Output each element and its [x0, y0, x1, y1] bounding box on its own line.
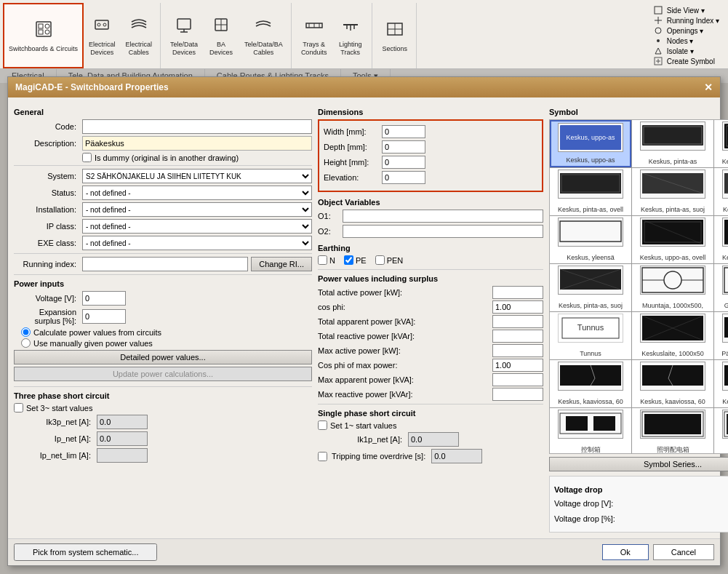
vd-pct-row: Voltage drop [%]: [554, 512, 728, 525]
symbol-label-16: Keskus, kaaviossa, 60 [640, 398, 705, 406]
depth-input[interactable] [382, 140, 425, 154]
ip-input[interactable] [97, 431, 148, 446]
toolbar-item-switchboards[interactable]: Switchboards & Circuits [3, 3, 84, 68]
isolate-icon [654, 47, 663, 55]
tripping-checkbox[interactable] [318, 452, 327, 461]
symbol-cell-14[interactable]: Päakeskus, kaaviossa, [714, 312, 728, 359]
toolbar-item-electrical-devices[interactable]: ElectricalDevices [84, 3, 121, 68]
running-index-tool[interactable]: Running Index ▾ [654, 16, 719, 25]
cos-phi-max-input[interactable] [492, 359, 543, 372]
symbol-series-button[interactable]: Symbol Series... [549, 457, 728, 471]
dialog-close-button[interactable]: ✕ [704, 81, 713, 93]
symbol-cell-4[interactable]: Keskus, pinta-as, suoj [632, 168, 713, 215]
o1-input[interactable] [343, 210, 543, 223]
openings-tool[interactable]: Openings ▾ [654, 26, 719, 35]
ik3p-input[interactable] [97, 415, 148, 429]
ip-label: Ip_net [A]: [14, 434, 94, 443]
symbol-cell-19[interactable]: 照明配电箱 [632, 408, 713, 454]
width-input[interactable] [382, 125, 425, 138]
symbol-cell-18[interactable]: 控制箱 [550, 408, 631, 454]
nodes-tool[interactable]: Nodes ▾ [654, 36, 719, 45]
toolbar-item-tele-data[interactable]: Tele/DataDevices [165, 3, 203, 68]
status-select[interactable]: - not defined - [82, 186, 312, 200]
side-view-tool[interactable]: Side View ▾ [654, 6, 719, 15]
toolbar-item-electrical-cables[interactable]: ElectricalCables [121, 3, 158, 68]
ip-lim-input[interactable] [97, 448, 148, 463]
toolbar-item-ba-devices[interactable]: BADevices [203, 3, 239, 68]
update-calculations-button[interactable]: Update power calculations... [14, 367, 312, 381]
symbol-cell-16[interactable]: Keskus, kaaviossa, 60 [632, 360, 713, 407]
symbol-cell-0[interactable]: Keskus, uppo-as Keskus, uppo-as [550, 120, 631, 167]
voltage-input[interactable] [82, 291, 126, 306]
symbol-img-1 [640, 121, 705, 151]
o2-input[interactable] [343, 225, 543, 238]
symbol-img-16 [640, 362, 705, 391]
symbol-cell-2[interactable]: Keskus, uppo-as, ovell [714, 120, 728, 167]
symbol-cell-8[interactable]: Keskus, pinta-as, ovell [714, 216, 728, 263]
n-checkbox[interactable] [318, 255, 327, 265]
svg-rect-38 [724, 124, 728, 148]
symbol-cell-15[interactable]: Keskus, kaaviossa, 60 [550, 360, 631, 407]
svg-rect-25 [655, 7, 662, 14]
set-1-checkbox[interactable] [318, 420, 327, 430]
running-index-input[interactable] [82, 257, 248, 271]
tripping-input[interactable] [431, 449, 482, 463]
radio-manual[interactable] [21, 338, 31, 348]
general-section-label: General [14, 108, 312, 116]
o1-row: O1: [318, 210, 543, 223]
symbol-cell-11[interactable]: G Generaattori, 1000x5 [714, 264, 728, 311]
system-select[interactable]: S2 SÄHKÖNJAKELU JA SIIHEN LIITETYT KUK [82, 169, 312, 183]
detailed-power-button[interactable]: Detailed power values... [14, 350, 312, 364]
ik1p-label: Ik1p_net [A]: [318, 435, 405, 444]
expansion-input[interactable] [82, 309, 126, 324]
symbol-cell-10[interactable]: Muuntaja, 1000x500, [632, 264, 713, 311]
elevation-input[interactable] [382, 171, 425, 184]
code-row: Code: [14, 119, 312, 134]
symbol-cell-7[interactable]: Keskus, uppo-as, ovell [632, 216, 713, 263]
toolbar-item-tele-ba-cables[interactable]: Tele/Data/BACables [239, 3, 288, 68]
description-input[interactable] [82, 136, 312, 151]
height-input[interactable] [382, 156, 425, 169]
installation-select[interactable]: - not defined - [82, 202, 312, 217]
set-3-checkbox[interactable] [14, 403, 23, 412]
symbol-cell-3[interactable]: Keskus, pinta-as, ovell [550, 168, 631, 215]
max-reactive-input[interactable] [492, 388, 543, 401]
symbol-cell-1[interactable]: Keskus, pinta-as [632, 120, 713, 167]
svg-rect-47 [560, 221, 621, 242]
create-symbol-tool[interactable]: Create Symbol [654, 57, 719, 65]
symbol-cell-13[interactable]: Keskuslaite, 1000x50 [632, 312, 713, 359]
ba-devices-icon [211, 15, 231, 39]
ok-button[interactable]: Ok [602, 544, 649, 560]
toolbar-item-trays[interactable]: Trays &Conduits [296, 3, 332, 68]
isolate-tool[interactable]: Isolate ▾ [654, 47, 719, 55]
toolbar-item-sections[interactable]: Sections [377, 3, 413, 68]
symbol-cell-12[interactable]: Tunnus Tunnus [550, 312, 631, 359]
tripping-label: Tripping time overdrive [s]: [332, 452, 425, 461]
pick-from-schematic-button[interactable]: Pick from system schematic... [14, 543, 157, 561]
pe-checkbox[interactable] [344, 255, 353, 265]
symbol-cell-6[interactable]: Keskus, yleensä [550, 216, 631, 263]
pen-checkbox[interactable] [375, 255, 385, 265]
cancel-button[interactable]: Cancel [653, 544, 714, 560]
switchboards-icon [33, 19, 54, 44]
ip-class-select[interactable]: - not defined - [82, 219, 312, 234]
change-ri-button[interactable]: Change RI... [251, 257, 312, 271]
object-variables: O1: O2: [318, 210, 543, 238]
exe-class-select[interactable]: - not defined - [82, 236, 312, 250]
max-apparent-input[interactable] [492, 373, 543, 386]
ik1p-input[interactable] [408, 432, 459, 447]
radio-calculate[interactable] [21, 327, 31, 337]
total-reactive-input[interactable] [492, 330, 543, 343]
toolbar-item-lighting-tracks[interactable]: LightingTracks [332, 3, 369, 68]
total-apparent-input[interactable] [492, 315, 543, 328]
symbol-label-4: Keskus, pinta-as, suoj [641, 206, 705, 214]
symbol-cell-17[interactable]: Keskus, kaaviossa, 60 [714, 360, 728, 407]
is-dummy-checkbox[interactable] [82, 153, 92, 162]
total-active-input[interactable] [492, 286, 543, 299]
code-input[interactable] [82, 119, 312, 134]
symbol-cell-20[interactable]: 应急照明配电箱 应急照明配电箱 [714, 408, 728, 454]
symbol-cell-5[interactable]: Keskus, pinta-as, suoj [714, 168, 728, 215]
symbol-cell-9[interactable]: Keskus, pinta-as, suoj [550, 264, 631, 311]
cos-phi-input[interactable] [492, 300, 543, 314]
max-active-input[interactable] [492, 344, 543, 357]
